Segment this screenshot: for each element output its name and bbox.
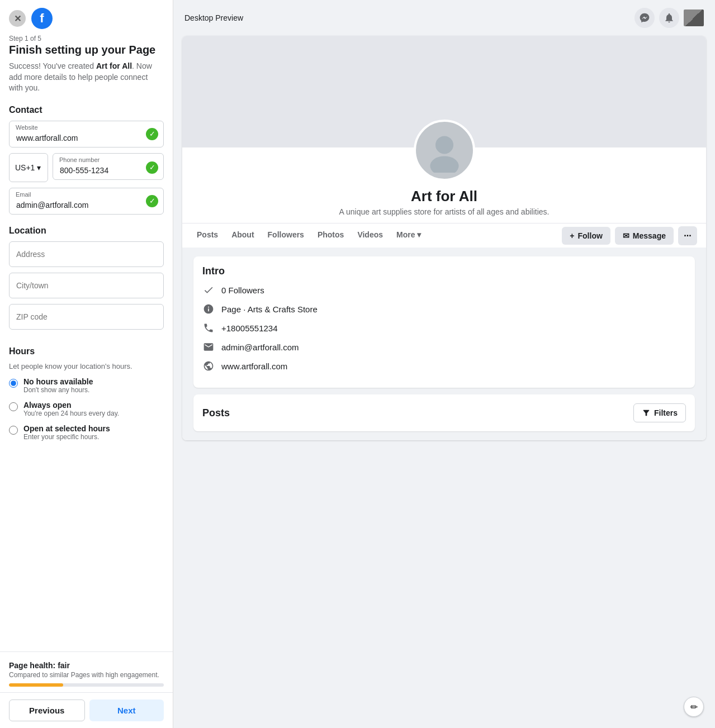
hours-radio-always-open[interactable]	[9, 402, 18, 411]
tab-photos[interactable]: Photos	[312, 223, 349, 248]
svg-point-1	[430, 156, 458, 173]
intro-phone-value: +18005551234	[221, 323, 278, 333]
country-code-label: US+1	[15, 163, 35, 172]
svg-point-0	[435, 136, 453, 154]
facebook-preview-frame: Art for All A unique art supplies store …	[182, 36, 706, 440]
profile-picture	[414, 120, 475, 181]
hours-no-hours-desc: Don't show any hours.	[23, 386, 93, 394]
tab-about[interactable]: About	[226, 223, 259, 248]
email-input[interactable]	[9, 188, 164, 215]
close-icon: ✕	[14, 13, 21, 24]
facebook-logo: f	[31, 8, 53, 29]
chevron-down-icon: ▾	[37, 163, 41, 172]
edit-float-button[interactable]: ✏	[684, 697, 704, 717]
city-input[interactable]	[9, 273, 164, 298]
hours-radio-selected-hours[interactable]	[9, 426, 18, 435]
hours-option-always-open[interactable]: Always open You're open 24 hours every d…	[9, 401, 164, 417]
health-bar-fill	[9, 683, 63, 687]
zip-input[interactable]	[9, 304, 164, 330]
phone-label: Phone number	[59, 156, 100, 163]
page-main-content: Intro 0 Followers	[182, 248, 706, 440]
posts-card-header: Posts Filters	[202, 403, 686, 422]
hours-description: Let people know your location's hours.	[9, 362, 164, 370]
intro-website-value: www.artforall.com	[221, 361, 287, 371]
notifications-icon-btn[interactable]	[659, 8, 679, 28]
hours-section: Hours Let people know your location's ho…	[9, 346, 164, 441]
ellipsis-icon: ···	[684, 231, 691, 241]
page-health-section: Page health: fair Compared to similar Pa…	[0, 651, 173, 692]
email-input-group: Email ✓	[9, 188, 164, 215]
hours-radio-no-hours[interactable]	[9, 379, 18, 388]
phone-icon	[202, 322, 215, 334]
hours-no-hours-label: No hours available	[23, 377, 93, 386]
filters-button[interactable]: Filters	[633, 403, 686, 422]
edit-icon: ✏	[690, 702, 698, 712]
message-button[interactable]: ✉ Message	[615, 227, 674, 245]
filters-icon	[642, 408, 651, 417]
followers-count: 0 Followers	[221, 286, 264, 295]
right-panel: Desktop Preview	[173, 0, 715, 728]
next-button[interactable]: Next	[89, 700, 164, 721]
phone-check-icon: ✓	[146, 161, 158, 174]
hours-section-title: Hours	[9, 346, 164, 356]
page-navigation: Posts About Followers Photos Videos More…	[182, 223, 706, 248]
nav-actions: + Follow ✉ Message ···	[562, 226, 697, 245]
website-input-group: Website ✓	[9, 121, 164, 147]
close-button[interactable]: ✕	[9, 10, 26, 27]
chevron-down-icon: ▾	[417, 230, 421, 239]
location-section-title: Location	[9, 226, 164, 236]
address-input[interactable]	[9, 241, 164, 267]
hours-option-no-hours[interactable]: No hours available Don't show any hours.	[9, 377, 164, 394]
phone-input-group: Phone number ✓	[53, 153, 164, 182]
follow-label: Follow	[578, 231, 603, 240]
page-tagline: A unique art supplies store for artists …	[193, 207, 695, 216]
info-icon	[202, 303, 215, 315]
messenger-icon-btn[interactable]	[634, 8, 655, 28]
phone-row: US+1 ▾ Phone number ✓	[9, 153, 164, 182]
tab-more[interactable]: More ▾	[391, 223, 427, 248]
profile-picture-area	[182, 120, 706, 181]
user-thumbnail	[684, 9, 704, 26]
message-label: Message	[633, 231, 666, 240]
hours-selected-desc: Enter your specific hours.	[23, 433, 110, 441]
intro-page-type: Page · Arts & Crafts Store	[202, 303, 686, 315]
preview-header-icons	[634, 8, 704, 28]
intro-card-title: Intro	[202, 265, 686, 277]
website-label: Website	[16, 124, 38, 131]
previous-button[interactable]: Previous	[9, 700, 85, 721]
country-code-select[interactable]: US+1 ▾	[9, 153, 48, 182]
email-check-icon: ✓	[146, 195, 158, 207]
followers-icon	[202, 284, 215, 296]
page-info: Art for All A unique art supplies store …	[182, 181, 706, 216]
step-title: Finish setting up your Page	[9, 44, 164, 56]
hours-selected-label: Open at selected hours	[23, 424, 110, 433]
posts-card: Posts Filters	[193, 394, 695, 431]
intro-followers: 0 Followers	[202, 284, 686, 296]
more-label: More	[396, 230, 415, 239]
health-bar-background	[9, 683, 164, 687]
location-section: Location	[9, 226, 164, 335]
preview-header: Desktop Preview	[173, 0, 715, 36]
posts-title: Posts	[202, 407, 230, 419]
tab-followers[interactable]: Followers	[262, 223, 310, 248]
follow-icon: +	[570, 231, 574, 240]
tab-videos[interactable]: Videos	[352, 223, 389, 248]
globe-icon	[202, 360, 215, 372]
tab-posts[interactable]: Posts	[191, 223, 224, 248]
website-check-icon: ✓	[146, 128, 158, 140]
email-label: Email	[16, 191, 31, 198]
intro-card: Intro 0 Followers	[193, 256, 695, 388]
page-type-label: Page · Arts & Crafts Store	[221, 304, 318, 314]
hours-option-selected-hours[interactable]: Open at selected hours Enter your specif…	[9, 424, 164, 441]
health-desc: Compared to similar Pages with high enga…	[9, 671, 164, 679]
follow-button[interactable]: + Follow	[562, 227, 610, 245]
desktop-preview-label: Desktop Preview	[184, 13, 243, 22]
bottom-navigation: Previous Next	[0, 692, 173, 728]
intro-phone: +18005551234	[202, 322, 686, 334]
contact-section-title: Contact	[9, 105, 164, 115]
more-actions-button[interactable]: ···	[678, 226, 697, 245]
intro-email-value: admin@artforall.com	[221, 342, 299, 352]
left-header: ✕ f	[0, 0, 173, 35]
email-icon	[202, 341, 215, 353]
message-icon: ✉	[623, 231, 629, 240]
